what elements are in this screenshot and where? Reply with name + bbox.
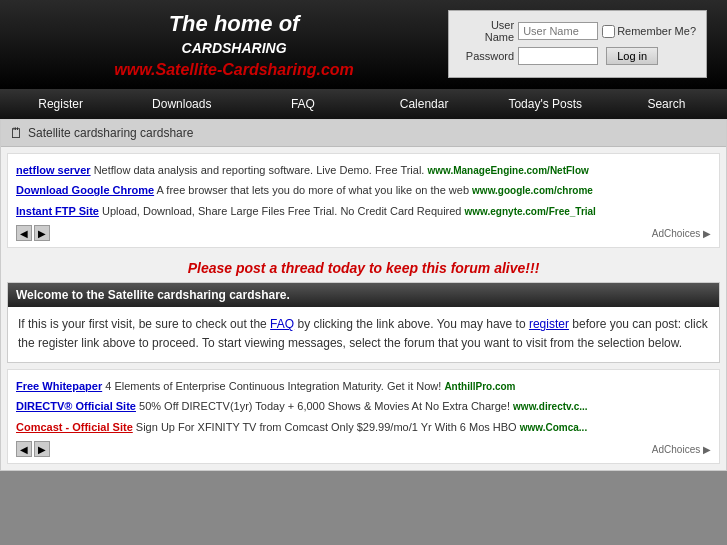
bottom-ad-link-2[interactable]: DIRECTV® Official Site [16,400,136,412]
remember-text: Remember Me? [617,25,696,37]
bottom-adchoices-label[interactable]: AdChoices ▶ [652,444,711,455]
password-label: Password [459,50,514,62]
ad-row-1: netflow server Netflow data analysis and… [16,160,711,181]
username-input[interactable] [518,22,598,40]
ad-prev-button[interactable]: ◀ [16,225,32,241]
bottom-ad-url-3[interactable]: www.Comca... [520,422,587,433]
bottom-ad-desc-3: Sign Up For XFINITY TV from Comcast Only… [133,421,520,433]
bottom-ad-row-3: Comcast - Official Site Sign Up For XFIN… [16,417,711,438]
welcome-header: Welcome to the Satellite cardsharing car… [8,283,719,307]
nav-downloads[interactable]: Downloads [121,89,242,119]
remember-checkbox[interactable] [602,25,615,38]
login-button[interactable]: Log in [606,47,658,65]
bottom-ad-footer: ◀ ▶ AdChoices ▶ [16,441,711,457]
ad-url-2[interactable]: www.google.com/chrome [472,185,593,196]
site-header: The home of CARDSHARING www.Satellite-Ca… [0,0,727,89]
ad-desc-2: A free browser that lets you do more of … [154,184,472,196]
site-title-line1: The home of [20,10,448,39]
breadcrumb-icon: 🗒 [9,125,23,141]
ad-link-3[interactable]: Instant FTP Site [16,205,99,217]
site-title-line2: CARDSHARING [20,39,448,57]
bottom-ad-url-2[interactable]: www.directv.c... [513,401,587,412]
nav-calendar[interactable]: Calendar [364,89,485,119]
ad-row-2: Download Google Chrome A free browser th… [16,180,711,201]
login-box: User Name Remember Me? Password Log in [448,10,707,78]
welcome-box: Welcome to the Satellite cardsharing car… [7,282,720,362]
faq-link[interactable]: FAQ [270,317,294,331]
bottom-ad-url-1[interactable]: AnthillPro.com [444,381,515,392]
ad-row-3: Instant FTP Site Upload, Download, Share… [16,201,711,222]
ad-next-button[interactable]: ▶ [34,225,50,241]
top-ads: netflow server Netflow data analysis and… [7,153,720,249]
ad-desc-3: Upload, Download, Share Large Files Free… [99,205,465,217]
welcome-mid: by clicking the link above. You may have… [294,317,529,331]
ad-url-1[interactable]: www.ManageEngine.com/NetFlow [427,165,588,176]
nav-faq[interactable]: FAQ [242,89,363,119]
nav-todays-posts[interactable]: Today's Posts [485,89,606,119]
welcome-intro: If this is your first visit, be sure to … [18,317,270,331]
ad-nav: ◀ ▶ [16,225,50,241]
ad-url-3[interactable]: www.egnyte.com/Free_Trial [465,206,596,217]
bottom-ad-next-button[interactable]: ▶ [34,441,50,457]
password-input[interactable] [518,47,598,65]
nav-register[interactable]: Register [0,89,121,119]
bottom-ad-nav: ◀ ▶ [16,441,50,457]
password-row: Password Log in [459,47,696,65]
bottom-ad-link-1[interactable]: Free Whitepaper [16,380,102,392]
ad-desc-1: Netflow data analysis and reporting soft… [91,164,428,176]
breadcrumb: 🗒 Satellite cardsharing cardshare [1,120,726,147]
navbar: Register Downloads FAQ Calendar Today's … [0,89,727,119]
site-url[interactable]: www.Satellite-Cardsharing.com [20,61,448,79]
breadcrumb-text: Satellite cardsharing cardshare [28,126,193,140]
bottom-ad-prev-button[interactable]: ◀ [16,441,32,457]
bottom-ad-link-3[interactable]: Comcast - Official Site [16,421,133,433]
remember-label: Remember Me? [602,25,696,38]
ad-link-1[interactable]: netflow server [16,164,91,176]
site-branding: The home of CARDSHARING www.Satellite-Ca… [20,10,448,79]
bottom-ads: Free Whitepaper 4 Elements of Enterprise… [7,369,720,465]
site-title: The home of CARDSHARING [20,10,448,57]
bottom-ad-row-1: Free Whitepaper 4 Elements of Enterprise… [16,376,711,397]
adchoices-label[interactable]: AdChoices ▶ [652,228,711,239]
username-row: User Name Remember Me? [459,19,696,43]
ad-link-2[interactable]: Download Google Chrome [16,184,154,196]
bottom-ad-desc-2: 50% Off DIRECTV(1yr) Today + 6,000 Shows… [136,400,513,412]
alert-message: Please post a thread today to keep this … [1,254,726,282]
bottom-ad-desc-1: 4 Elements of Enterprise Continuous Inte… [102,380,444,392]
main-content: 🗒 Satellite cardsharing cardshare netflo… [0,119,727,471]
username-label: User Name [459,19,514,43]
bottom-ad-row-2: DIRECTV® Official Site 50% Off DIRECTV(1… [16,396,711,417]
nav-search[interactable]: Search [606,89,727,119]
welcome-body: If this is your first visit, be sure to … [8,307,719,361]
register-link[interactable]: register [529,317,569,331]
ad-footer: ◀ ▶ AdChoices ▶ [16,225,711,241]
